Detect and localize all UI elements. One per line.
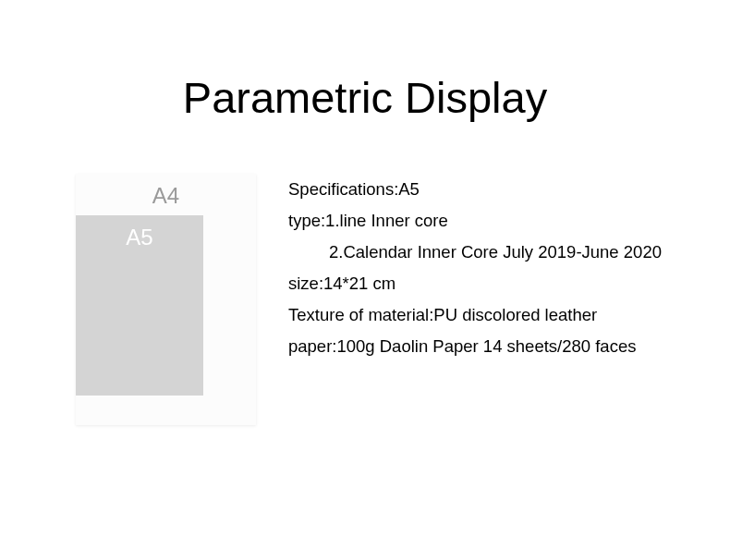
content-area: A4 A5 Specifications:A5 type:1.line Inne… bbox=[76, 174, 662, 425]
spec-paper: paper:100g Daolin Paper 14 sheets/280 fa… bbox=[288, 331, 662, 362]
page-title: Parametric Display bbox=[0, 72, 730, 123]
a4-label: A4 bbox=[76, 183, 256, 209]
a5-sheet: A5 bbox=[76, 215, 203, 396]
spec-type-1: type:1.line Inner core bbox=[288, 205, 662, 237]
spec-type-2: 2.Calendar Inner Core July 2019-June 202… bbox=[288, 237, 662, 268]
spec-texture: Texture of material:PU discolored leathe… bbox=[288, 299, 662, 331]
size-comparison-diagram: A4 A5 bbox=[76, 174, 256, 425]
spec-specifications: Specifications:A5 bbox=[288, 174, 662, 205]
specifications-list: Specifications:A5 type:1.line Inner core… bbox=[288, 174, 662, 362]
a5-label: A5 bbox=[76, 225, 203, 250]
spec-size: size:14*21 cm bbox=[288, 268, 662, 299]
